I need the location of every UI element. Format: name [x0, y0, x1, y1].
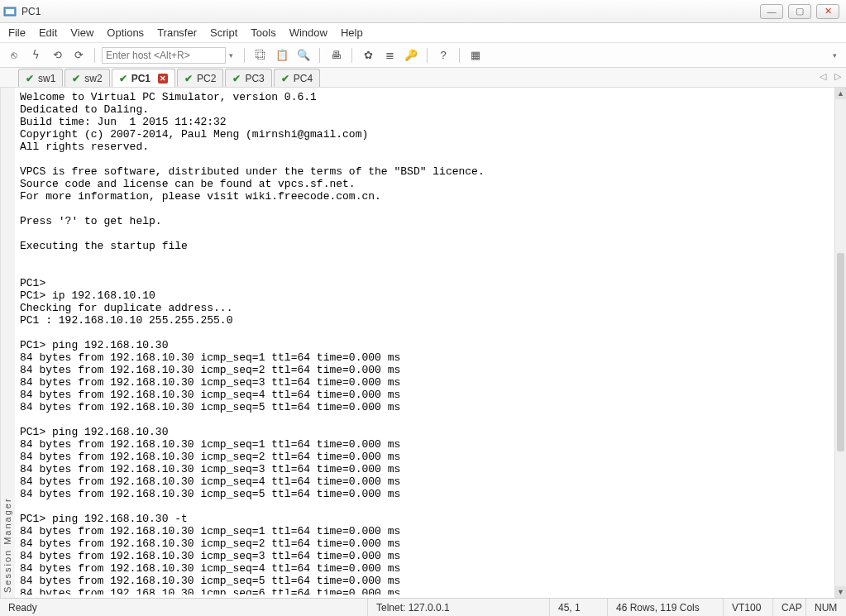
menu-options[interactable]: Options: [107, 26, 144, 39]
tab-label: PC3: [245, 73, 264, 84]
menu-window[interactable]: Window: [289, 26, 327, 39]
status-bar: Ready Telnet: 127.0.0.1 45, 1 46 Rows, 1…: [0, 598, 846, 616]
disconnect-icon[interactable]: ⟳: [69, 46, 88, 64]
minimize-button[interactable]: —: [760, 4, 783, 19]
tab-label: PC4: [294, 73, 313, 84]
close-button[interactable]: ✕: [816, 4, 839, 19]
settings-icon[interactable]: ✿: [359, 46, 377, 64]
maximize-button[interactable]: ▢: [788, 4, 811, 19]
toolbar: ⎋ ϟ ⟲ ⟳ ▾ ⿻ 📋 🔍 🖶 ✿ ≣ 🔑 ? ▦ ▾: [0, 43, 846, 68]
find-icon[interactable]: 🔍: [294, 46, 313, 64]
check-icon: ✔: [184, 73, 193, 84]
menu-view[interactable]: View: [70, 26, 93, 39]
scroll-up-icon[interactable]: ▲: [835, 88, 846, 99]
session-manager-strip[interactable]: Session Manager: [0, 88, 15, 598]
status-ready: Ready: [0, 599, 368, 616]
host-input[interactable]: [102, 47, 226, 64]
menu-file[interactable]: File: [8, 26, 26, 39]
options-icon[interactable]: ≣: [380, 46, 399, 64]
tab-close-icon[interactable]: ✕: [158, 74, 168, 84]
tab-label: PC1: [131, 73, 151, 84]
key-icon[interactable]: 🔑: [402, 46, 420, 64]
tab-label: sw1: [38, 73, 55, 84]
tab-label: PC2: [197, 73, 216, 84]
status-size: 46 Rows, 119 Cols: [608, 599, 724, 616]
copy-icon[interactable]: ⿻: [251, 46, 270, 64]
quick-connect-icon[interactable]: ⎋: [5, 46, 23, 64]
tab-sw2[interactable]: ✔sw2: [65, 69, 109, 87]
menu-edit[interactable]: Edit: [39, 26, 57, 39]
tab-pc3[interactable]: ✔PC3: [225, 69, 271, 87]
status-cap: CAP: [773, 599, 806, 616]
check-icon: ✔: [119, 73, 127, 84]
title-bar: PC1 — ▢ ✕: [0, 0, 846, 23]
menu-transfer[interactable]: Transfer: [157, 26, 197, 39]
status-term: VT100: [724, 599, 773, 616]
tile-icon[interactable]: ▦: [466, 46, 485, 64]
terminal-output[interactable]: Welcome to Virtual PC Simulator, version…: [20, 91, 834, 595]
check-icon: ✔: [281, 73, 289, 84]
help-icon[interactable]: ?: [434, 46, 452, 64]
tab-prev-icon[interactable]: ◁: [820, 71, 826, 82]
tab-sw1[interactable]: ✔sw1: [18, 69, 63, 87]
tab-pc2[interactable]: ✔PC2: [177, 69, 223, 87]
window-title: PC1: [22, 6, 41, 17]
menu-tools[interactable]: Tools: [251, 26, 275, 39]
scrollbar[interactable]: ▲ ▼: [834, 88, 846, 598]
svg-rect-1: [6, 9, 14, 14]
status-pos: 45, 1: [550, 599, 608, 616]
paste-icon[interactable]: 📋: [273, 46, 291, 64]
status-num: NUM: [806, 599, 846, 616]
check-icon: ✔: [72, 73, 80, 84]
check-icon: ✔: [232, 73, 241, 84]
scroll-thumb[interactable]: [837, 253, 844, 451]
terminal-text: Welcome to Virtual PC Simulator, version…: [20, 91, 485, 595]
status-telnet: Telnet: 127.0.0.1: [368, 599, 550, 616]
reconnect-icon[interactable]: ⟲: [48, 46, 66, 64]
menu-bar: File Edit View Options Transfer Script T…: [0, 23, 846, 43]
check-icon: ✔: [26, 73, 34, 84]
host-dropdown-icon[interactable]: ▾: [229, 51, 237, 60]
app-icon: [3, 5, 17, 18]
tab-pc1[interactable]: ✔PC1✕: [112, 69, 175, 87]
toolbar-overflow-icon[interactable]: ▾: [833, 51, 841, 60]
tab-next-icon[interactable]: ▷: [834, 71, 841, 82]
tab-label: sw2: [84, 73, 102, 84]
menu-help[interactable]: Help: [341, 26, 363, 39]
terminal-area[interactable]: Welcome to Virtual PC Simulator, version…: [15, 88, 846, 598]
session-tabs: ✔sw1 ✔sw2 ✔PC1✕ ✔PC2 ✔PC3 ✔PC4 ◁ ▷: [0, 68, 846, 88]
scroll-down-icon[interactable]: ▼: [835, 586, 846, 598]
lightning-icon[interactable]: ϟ: [26, 46, 45, 64]
tab-pc4[interactable]: ✔PC4: [274, 69, 320, 87]
menu-script[interactable]: Script: [210, 26, 237, 39]
print-icon[interactable]: 🖶: [327, 46, 345, 64]
